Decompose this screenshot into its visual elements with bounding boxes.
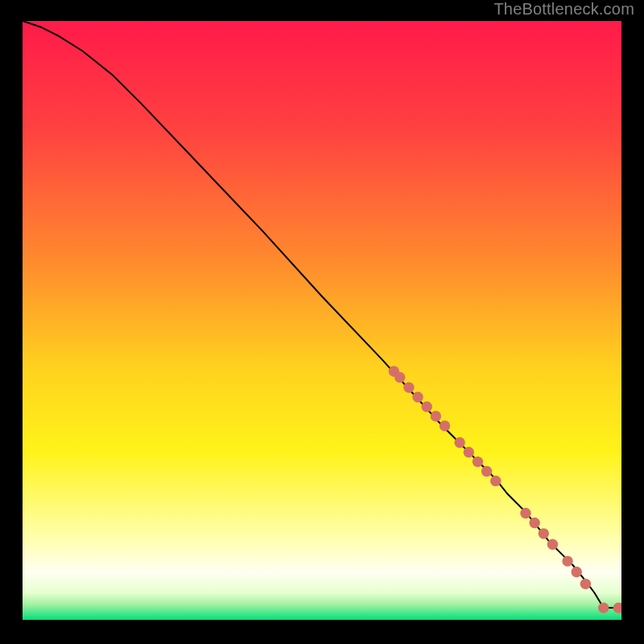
data-marker — [490, 476, 501, 486]
data-marker — [547, 539, 558, 550]
data-marker — [562, 555, 572, 566]
data-marker — [580, 579, 591, 589]
plot-area — [23, 21, 621, 620]
data-marker — [539, 528, 549, 539]
data-marker — [403, 382, 414, 393]
data-marker — [473, 456, 483, 467]
data-marker — [520, 508, 530, 518]
data-marker — [598, 602, 609, 613]
data-marker — [394, 372, 405, 382]
data-marker — [422, 401, 432, 411]
data-marker — [431, 411, 441, 421]
data-marker — [529, 518, 539, 528]
chart-svg — [23, 21, 621, 620]
gradient-background — [23, 21, 621, 620]
data-marker — [481, 466, 492, 477]
data-marker — [464, 447, 474, 457]
data-marker — [412, 392, 423, 402]
data-marker — [440, 420, 450, 431]
data-marker — [572, 567, 582, 577]
chart-frame: TheBottleneck.com — [0, 0, 644, 644]
attribution-text: TheBottleneck.com — [493, 0, 634, 19]
data-marker — [454, 437, 464, 448]
